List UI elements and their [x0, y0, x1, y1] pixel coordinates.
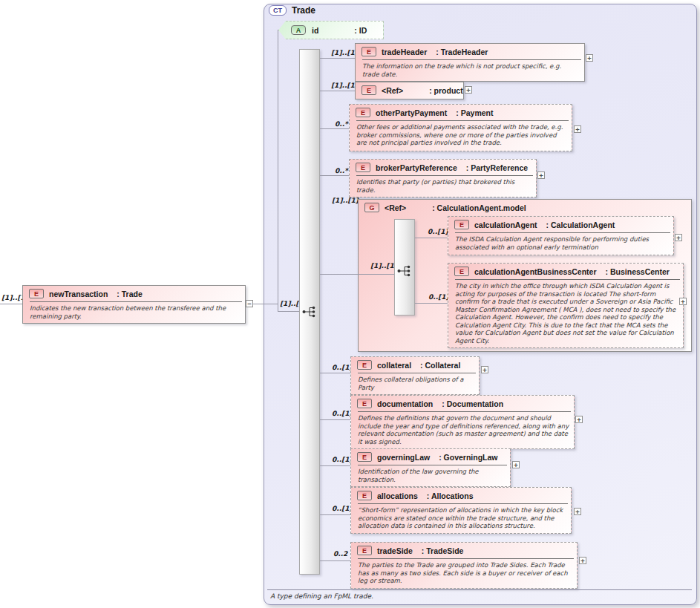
connector-line [415, 303, 448, 304]
element-title: E newTransaction : Trade [23, 286, 245, 300]
element-icon: E [29, 289, 44, 298]
cardinality-label: [1]..[1] [332, 197, 359, 204]
element-description: Defines the definitions that govern the … [351, 412, 574, 448]
element-name: tradeSide [377, 546, 413, 555]
element-icon: E [357, 399, 372, 408]
element-name: brokerPartyReference [376, 163, 457, 172]
element-type: : CalculationAgent [546, 220, 615, 229]
element-description: Indicates the new transaction between th… [23, 302, 245, 323]
cardinality-label: 0..[1] [428, 228, 448, 235]
expand-icon[interactable]: + [465, 86, 472, 94]
connector-line [320, 514, 350, 515]
cardinality-label: [1]..[1] [331, 49, 358, 56]
connector-line [320, 58, 355, 59]
element-description: “Short-form” representation of allocatio… [351, 504, 571, 533]
element-name: newTransaction [49, 290, 108, 298]
attribute-name: id [312, 26, 318, 35]
element-description: The information on the trade which is no… [356, 60, 584, 81]
xsd-diagram-canvas: CT Trade A id : ID [1]..[1] E newTransac… [0, 0, 700, 608]
connector-line [320, 373, 350, 373]
cardinality-label: [1]..[1] [331, 82, 358, 89]
cardinality-label: 0..* [335, 120, 348, 128]
element-collateral[interactable]: E collateral : Collateral Defines collat… [350, 356, 480, 395]
expand-icon[interactable]: + [586, 54, 593, 62]
expand-icon[interactable]: + [574, 125, 581, 133]
element-name: tradeHeader [382, 48, 427, 56]
footer-divider [267, 589, 692, 590]
element-title: E brokerPartyReference : PartyReference [350, 160, 536, 174]
connector-line [0, 304, 22, 304]
element-description: Other fees or additional payments associ… [350, 121, 572, 150]
cardinality-label: 0..[1] [332, 410, 353, 417]
cardinality-label: 0..[1] [428, 293, 449, 301]
expand-icon[interactable]: + [575, 416, 583, 423]
element-name: calculationAgentBusinessCenter [474, 267, 597, 276]
expand-icon[interactable]: + [512, 461, 520, 468]
element-type: : Collateral [420, 361, 460, 370]
element-brokerPartyReference[interactable]: E brokerPartyReference : PartyReference … [349, 159, 537, 197]
element-calculationAgent[interactable]: E calculationAgent : CalculationAgent Th… [448, 216, 674, 255]
element-icon: E [454, 267, 469, 276]
connector-line [320, 91, 355, 91]
element-description: The city in which the office through whi… [448, 280, 683, 347]
element-title: E calculationAgentBusinessCenter : Busin… [448, 264, 683, 278]
element-documentation[interactable]: E documentation : Documentation Defines … [350, 395, 575, 449]
cardinality-label: 0..[1] [332, 364, 353, 371]
type-annotation: A type defining an FpML trade. [270, 592, 373, 600]
expand-icon[interactable]: + [481, 366, 488, 373]
element-calculationAgentBusinessCenter[interactable]: E calculationAgentBusinessCenter : Busin… [448, 263, 684, 348]
element-title: E calculationAgent : CalculationAgent [448, 217, 673, 231]
element-product[interactable]: E <Ref> : product [355, 82, 464, 99]
element-tradeHeader[interactable]: E tradeHeader : TradeHeader The informat… [355, 43, 585, 82]
element-name: documentation [377, 399, 433, 408]
group-icon: G [364, 203, 379, 212]
element-type: : PartyReference [466, 163, 528, 172]
element-icon: E [362, 85, 376, 95]
element-icon: E [357, 360, 372, 370]
connector-line [320, 128, 349, 129]
expand-icon[interactable]: + [579, 557, 586, 564]
connector-line [320, 419, 350, 420]
element-icon: E [362, 47, 376, 56]
element-tradeSide[interactable]: E tradeSide : TradeSide The parties to t… [350, 542, 578, 589]
cardinality-label: 0..[1] [332, 456, 353, 463]
element-otherPartyPayment[interactable]: E otherPartyPayment : Payment Other fees… [349, 104, 572, 151]
element-icon: E [357, 452, 372, 462]
element-type: : GoverningLaw [439, 453, 497, 462]
element-title: E governingLaw : GoverningLaw [351, 449, 510, 463]
connector-line [320, 560, 350, 561]
group-type: : CalculationAgent.model [432, 203, 526, 212]
element-name: collateral [377, 361, 411, 370]
complex-type-header: CT Trade [269, 5, 315, 16]
element-allocations[interactable]: E allocations : Allocations “Short-form”… [350, 487, 572, 534]
attribute-icon: A [291, 25, 306, 35]
element-governingLaw[interactable]: E governingLaw : GoverningLaw Identifica… [350, 448, 511, 487]
cardinality-label: [1]..[1] [370, 262, 397, 269]
element-icon: E [454, 220, 469, 229]
element-title: E tradeHeader : TradeHeader [356, 44, 584, 58]
collapse-icon[interactable]: − [246, 300, 253, 307]
connector-line [278, 311, 300, 312]
element-name: allocations [377, 491, 418, 500]
element-newTransaction[interactable]: E newTransaction : Trade Indicates the n… [22, 285, 246, 324]
element-name: otherPartyPayment [376, 108, 447, 117]
element-description: Defines collateral obligations of a Part… [351, 373, 479, 394]
expand-icon[interactable]: + [679, 298, 687, 305]
connector-line [415, 238, 448, 238]
element-icon: E [356, 108, 370, 117]
element-type: : BusinessCenter [606, 267, 670, 276]
expand-icon[interactable]: + [537, 171, 545, 179]
element-type: : TradeHeader [436, 48, 488, 56]
element-name: governingLaw [377, 453, 430, 462]
element-title: E otherPartyPayment : Payment [350, 105, 572, 119]
complex-type-icon: CT [269, 5, 287, 16]
element-title: E tradeSide : TradeSide [351, 543, 577, 557]
element-description: Identification of the law governing the … [351, 465, 510, 486]
attribute-id[interactable]: A id : ID [278, 21, 384, 39]
expand-icon[interactable]: + [675, 234, 682, 241]
element-name: <Ref> [382, 86, 403, 95]
group-name: <Ref> [385, 203, 406, 212]
expand-icon[interactable]: + [574, 508, 581, 515]
cardinality-label: 0..* [335, 167, 348, 174]
element-description: The ISDA Calculation Agent responsible f… [448, 233, 673, 254]
